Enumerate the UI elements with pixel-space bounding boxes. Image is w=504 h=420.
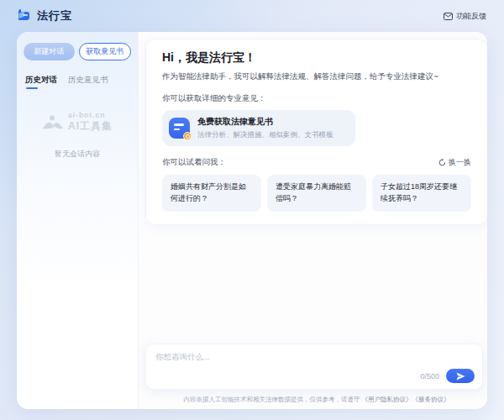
privacy-policy-link[interactable]: 《用户隐私协议》 xyxy=(362,396,412,403)
watermark: ai-bot.cn AI工具集 xyxy=(24,111,131,134)
disclaimer-text: 内容依据人工智能技术和相关法律数据提供，仅供参考，请遵守 xyxy=(183,396,360,403)
suggested-question-3[interactable]: 子女超过18周岁还要继续抚养吗？ xyxy=(372,175,471,212)
send-icon xyxy=(456,372,465,381)
watermark-domain: ai-bot.cn xyxy=(68,111,113,119)
greeting-title: Hi，我是法行宝！ xyxy=(162,50,471,66)
get-legal-opinion-card[interactable]: 免费获取法律意见书 法律分析、解决措施、相似案例、文书模板 xyxy=(162,110,355,146)
app-title: 法行宝 xyxy=(37,8,72,24)
refresh-label: 换一换 xyxy=(449,157,471,168)
message-composer: 0/500 xyxy=(145,344,483,390)
app-logo: 法行宝 xyxy=(18,8,72,24)
app-logo-icon xyxy=(18,9,32,23)
refresh-icon xyxy=(438,159,446,166)
app-window: 新建对话 获取意见书 历史对话 历史意见书 ai-bot.cn AI工具集 暂无… xyxy=(17,32,487,409)
feedback-button[interactable]: 功能反馈 xyxy=(444,11,486,22)
history-tabs: 历史对话 历史意见书 xyxy=(25,75,129,89)
suggested-questions: 婚姻共有财产分割是如何进行的？ 遭受家庭暴力离婚能赔偿吗？ 子女超过18周岁还要… xyxy=(162,175,471,212)
opinion-card-subtitle: 法律分析、解决措施、相似案例、文书模板 xyxy=(197,130,333,140)
welcome-card: Hi，我是法行宝！ 作为智能法律助手，我可以解释法律法规、解答法律问题，给予专业… xyxy=(145,39,487,225)
legal-document-icon xyxy=(169,118,190,139)
opinion-intro-label: 你可以获取详细的专业意见： xyxy=(162,93,471,104)
suggested-question-2[interactable]: 遭受家庭暴力离婚能赔偿吗？ xyxy=(267,175,366,212)
watermark-logo-icon xyxy=(42,114,64,131)
empty-conversations-text: 暂无会话内容 xyxy=(24,149,131,160)
suggest-intro-label: 你可以试着问我： xyxy=(162,157,226,168)
new-chat-button[interactable]: 新建对话 xyxy=(24,43,75,60)
sidebar: 新建对话 获取意见书 历史对话 历史意见书 ai-bot.cn AI工具集 暂无… xyxy=(17,32,139,409)
watermark-name: AI工具集 xyxy=(68,119,113,134)
send-button[interactable] xyxy=(446,369,475,383)
opinion-card-title: 免费获取法律意见书 xyxy=(197,116,333,128)
main-content: Hi，我是法行宝！ 作为智能法律助手，我可以解释法律法规、解答法律问题，给予专业… xyxy=(139,32,487,409)
tab-history-chats[interactable]: 历史对话 xyxy=(25,75,57,89)
char-counter: 0/500 xyxy=(420,372,439,381)
refresh-questions-button[interactable]: 换一换 xyxy=(438,157,471,168)
disclaimer: 内容依据人工智能技术和相关法律数据提供，仅供参考，请遵守 《用户隐私协议》《服务… xyxy=(139,390,487,409)
mail-icon xyxy=(444,13,453,20)
service-agreement-link[interactable]: 《服务协议》 xyxy=(412,396,450,403)
greeting-subtitle: 作为智能法律助手，我可以解释法律法规、解答法律问题，给予专业法律建议~ xyxy=(162,71,471,82)
tab-history-opinions[interactable]: 历史意见书 xyxy=(68,75,108,89)
top-bar: 法行宝 功能反馈 xyxy=(0,0,504,32)
feedback-label: 功能反馈 xyxy=(456,11,486,22)
suggested-question-1[interactable]: 婚姻共有财产分割是如何进行的？ xyxy=(162,175,261,212)
get-opinion-button[interactable]: 获取意见书 xyxy=(79,43,132,60)
